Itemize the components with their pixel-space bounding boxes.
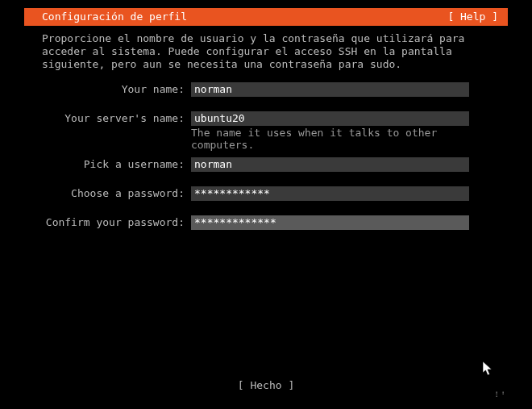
label-username: Pick a username: (42, 157, 191, 172)
resize-grip-icon: ⠇⠃ (495, 390, 508, 399)
label-your-name: Your name: (42, 82, 191, 97)
help-button[interactable]: [ Help ] (447, 11, 498, 23)
row-server-name: Your server's name: ubuntu20 The name it… (42, 111, 490, 152)
input-server-name[interactable]: ubuntu20 (191, 111, 469, 126)
footer-bar: [ Hecho ] (24, 379, 508, 391)
done-button[interactable]: [ Hecho ] (238, 379, 294, 391)
input-confirm-password[interactable]: ************* (191, 215, 469, 230)
label-confirm-password: Confirm your password: (42, 215, 191, 230)
content-area: Proporcione el nombre de usuario y la co… (24, 26, 508, 230)
row-password: Choose a password: ************ (42, 186, 490, 201)
row-your-name: Your name: norman (42, 82, 490, 97)
input-password[interactable]: ************ (191, 186, 469, 201)
row-confirm-password: Confirm your password: ************* (42, 215, 490, 230)
input-username[interactable]: norman (191, 157, 469, 172)
header-bar: Configuración de perfil [ Help ] (24, 8, 508, 26)
label-server-name: Your server's name: (42, 111, 191, 126)
hint-server-name: The name it uses when it talks to other … (191, 127, 469, 151)
installer-window: Configuración de perfil [ Help ] Proporc… (24, 8, 508, 401)
row-username: Pick a username: norman (42, 157, 490, 172)
input-your-name[interactable]: norman (191, 82, 469, 97)
page-title: Configuración de perfil (42, 11, 187, 23)
label-password: Choose a password: (42, 186, 191, 201)
intro-text: Proporcione el nombre de usuario y la co… (42, 32, 490, 71)
